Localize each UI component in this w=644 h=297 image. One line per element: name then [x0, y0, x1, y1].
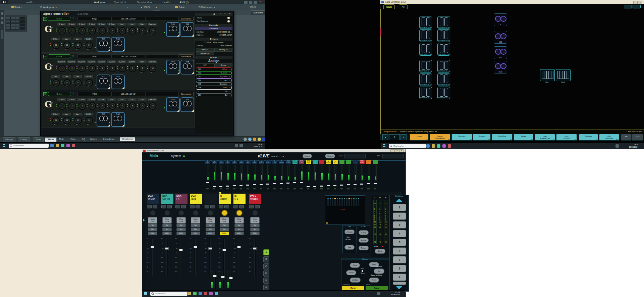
strip-pafl-button[interactable]: PAFL — [148, 232, 157, 235]
bridge-channel-tag[interactable] — [319, 160, 324, 164]
speaker-tile[interactable]: Tr18 — [111, 37, 125, 52]
strip-button-small[interactable] — [224, 205, 229, 208]
lake-pre-chip[interactable] — [624, 5, 632, 8]
bridge-channel-tag[interactable] — [353, 160, 358, 164]
lake-module-tile[interactable]: M12P MON FL v1.0 — [419, 29, 432, 42]
home-button[interactable]: Home — [303, 154, 312, 158]
channel-knob[interactable]: 8 — [129, 27, 136, 35]
speaker-tile[interactable]: Tr17 — [97, 75, 110, 89]
auto-store-slider-dot[interactable] — [362, 270, 363, 272]
menubar-icon[interactable] — [249, 1, 252, 4]
strip-button-small[interactable] — [205, 205, 209, 208]
strip-label[interactable]: DCAIn Mon — [147, 194, 159, 204]
taskbar-app-icon[interactable] — [432, 144, 435, 148]
tray-icon[interactable] — [235, 144, 238, 147]
bridge-fader-tick[interactable] — [347, 184, 350, 185]
theme-toggle[interactable] — [227, 17, 230, 19]
lake-rack-tile[interactable]: Mot 1 — [540, 69, 555, 81]
snowflake-icon[interactable] — [248, 138, 252, 141]
view-tab-impedance[interactable]: Impedance — [101, 137, 117, 141]
strip-button-small[interactable] — [175, 205, 180, 208]
channel-knob[interactable]: 13 — [74, 117, 82, 124]
bridge-fader-tick[interactable] — [293, 182, 296, 183]
lake-rack-tile[interactable]: Mot 2 — [556, 69, 571, 81]
speaker-tile[interactable]: Tr18 — [180, 97, 194, 112]
strip-fader-handle[interactable] — [253, 247, 257, 250]
softkeys-down-icon[interactable] — [396, 286, 402, 289]
channel-knob[interactable]: 7 — [119, 65, 126, 72]
remove-group-icon[interactable]: ✕ — [229, 94, 230, 96]
taskbar-app-icon[interactable] — [72, 144, 75, 147]
speaker-icon[interactable] — [244, 138, 247, 141]
workspace-dropdown-2[interactable]: ⊡ Workspace ∨ — [199, 5, 215, 9]
mini-fader-track[interactable] — [222, 271, 224, 289]
bridge-channel-tag[interactable]: IpM02 — [212, 160, 217, 164]
strip-fader-handle[interactable] — [222, 249, 226, 251]
strip-mute-button[interactable]: Mute+DCA — [162, 217, 172, 224]
strip-mute-button[interactable]: Mute+DCA — [250, 217, 260, 224]
bridge-fader-tick[interactable] — [333, 185, 336, 186]
strip-mute-button[interactable]: Mute+DCA — [206, 217, 215, 224]
speaker-tile[interactable]: Tr18 — [166, 97, 180, 112]
group-row[interactable]: 101GAce!✕ — [196, 67, 232, 71]
softkey-9[interactable]: 9 — [393, 274, 406, 281]
channel-knob[interactable]: 7 — [119, 27, 126, 35]
meters-button[interactable]: Meters — [325, 154, 335, 158]
lake-module-tile[interactable]: M12P MON FL v1.0 — [437, 29, 450, 42]
maximize-icon[interactable]: □ — [223, 12, 227, 15]
strip-button-small[interactable] — [219, 205, 223, 208]
view-tab-eq[interactable]: EQ — [80, 137, 87, 141]
strip-sel-button[interactable]: Sel — [250, 224, 260, 227]
pafl-clear-button[interactable]: Clear — [375, 249, 385, 254]
channel-knob[interactable]: 6 — [109, 27, 116, 35]
taskbar-app-icon[interactable] — [437, 144, 440, 148]
strip-mix-button[interactable]: Mix — [162, 228, 172, 231]
device-name-field[interactable]: Direct — [77, 54, 112, 58]
lake-button-pages[interactable]: PagesF6 — [514, 134, 533, 141]
bridge-channel-tag[interactable]: IpM08 — [252, 160, 257, 164]
strip-label[interactable]: IpN-1 — [233, 194, 246, 204]
channel-knob[interactable]: 11 — [52, 79, 60, 87]
bridge-channel-tag[interactable] — [373, 160, 378, 164]
strip-button-small[interactable] — [233, 205, 238, 208]
bank-button-c[interactable]: C — [263, 263, 269, 269]
taskbar-app-icon[interactable] — [188, 292, 191, 295]
speaker-tile[interactable]: Tr18 — [166, 22, 180, 37]
bridge-channel-tag[interactable]: PAFLWedge — [360, 160, 365, 164]
channel-knob[interactable]: 1 — [58, 27, 66, 35]
channel-knob[interactable]: 3 — [78, 65, 86, 72]
bridge-channel-tag[interactable]: DCAOut Mo — [292, 160, 298, 164]
group-row[interactable]: 105Clearcom✕ — [196, 82, 232, 86]
remove-group-icon[interactable]: ✕ — [229, 71, 230, 74]
remove-group-icon[interactable]: ✕ — [229, 86, 230, 89]
channel-knob[interactable]: 10 — [149, 65, 156, 72]
mini-fader-handle[interactable] — [213, 275, 217, 277]
lake-button-system-store-recall[interactable]: System Store/RecallF2 — [430, 134, 450, 141]
strip-mix-button[interactable]: Mix — [148, 228, 157, 231]
address-value[interactable]: 192.168.1.3/24 — [219, 34, 232, 37]
bridge-fader-tick[interactable] — [226, 186, 229, 187]
taskbar-app-icon[interactable] — [209, 292, 213, 295]
softkey-3[interactable]: 3 — [393, 221, 406, 229]
strip-label[interactable]: PAFLWedge — [249, 194, 261, 204]
speaker-tile[interactable]: Tr18 — [180, 60, 194, 75]
strip-sel-button[interactable]: Sel — [220, 224, 229, 227]
channel-knob[interactable]: 11 — [52, 42, 60, 49]
strip-sel-button[interactable]: Sel — [191, 224, 200, 227]
speaker-tile[interactable]: Tr18 — [111, 75, 125, 89]
channel-knob[interactable]: 11 — [52, 117, 60, 124]
device-power-icon[interactable]: D — [43, 17, 47, 21]
bridge-channel-tag[interactable]: DCAFX — [299, 160, 304, 164]
bridge-fader-tick[interactable] — [260, 184, 263, 185]
close-icon[interactable]: ✕ — [259, 0, 261, 3]
favorite-star-icon[interactable]: ☆ — [72, 17, 74, 20]
cpr-reset-button[interactable]: Reset — [359, 246, 369, 250]
folder-label-2[interactable]: Folder — [179, 6, 185, 8]
workspace-dropdown[interactable]: ⊡ Workspace ∨ — [40, 5, 57, 9]
remove-group-icon[interactable]: ✕ — [229, 68, 230, 70]
bridge-channel-tag[interactable]: DCATalks — [306, 160, 311, 164]
zoom-tool-icon[interactable]: ⌕ — [127, 5, 128, 9]
menu-tab-health-[interactable]: Health+ — [163, 0, 171, 4]
lake-module-tile[interactable]: M15P MON BK v1.0 — [437, 60, 450, 72]
search-input[interactable]: Rechercher — [150, 292, 187, 296]
